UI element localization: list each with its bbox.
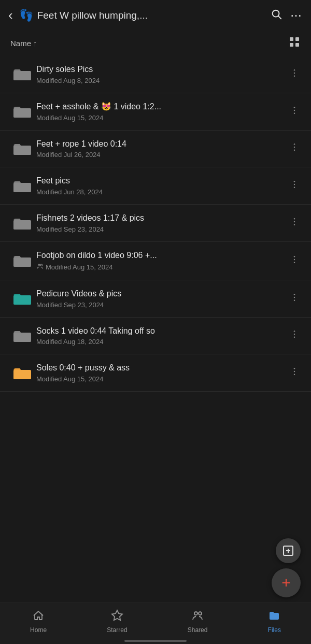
modified-date: Modified Aug 15, 2024	[36, 375, 103, 383]
svg-point-27	[294, 296, 295, 298]
folder-icon	[10, 67, 34, 81]
svg-point-16	[294, 184, 295, 185]
file-meta: Modified Sep 23, 2024	[36, 225, 286, 233]
svg-marker-38	[112, 610, 122, 620]
svg-rect-3	[295, 37, 299, 41]
svg-point-9	[294, 107, 295, 108]
modified-date: Modified Sep 23, 2024	[36, 225, 104, 233]
file-name: Footjob on dildo 1 video 9:06 +...	[36, 250, 286, 261]
nav-home-label: Home	[30, 626, 47, 634]
svg-point-14	[294, 150, 295, 151]
list-item[interactable]: Feet picsModified Jun 28, 2024	[0, 167, 311, 205]
svg-point-15	[294, 181, 295, 182]
svg-point-20	[294, 224, 295, 226]
search-button[interactable]	[271, 8, 282, 23]
svg-point-22	[40, 264, 43, 266]
nav-files[interactable]: Files	[258, 607, 291, 636]
file-meta: Modified Aug 18, 2024	[36, 338, 286, 346]
svg-point-17	[294, 187, 295, 189]
more-options-button[interactable]: ⋯	[290, 9, 303, 22]
list-item[interactable]: Soles 0:40 + pussy & assModified Aug 15,…	[0, 354, 311, 392]
list-item[interactable]: Fishnets 2 videos 1:17 & picsModified Se…	[0, 205, 311, 242]
file-more-button[interactable]	[286, 103, 303, 120]
home-indicator	[124, 640, 187, 642]
modified-date: Modified Jun 28, 2024	[36, 188, 103, 196]
svg-point-25	[294, 262, 295, 263]
file-name: Feet pics	[36, 176, 286, 187]
folder-icon	[10, 366, 34, 380]
svg-point-6	[294, 69, 295, 71]
list-item[interactable]: Footjob on dildo 1 video 9:06 +...Modifi…	[0, 242, 311, 280]
svg-point-13	[294, 147, 295, 148]
folder-icon	[10, 328, 34, 343]
file-meta: Modified Aug 8, 2024	[36, 77, 286, 84]
file-more-button[interactable]	[286, 140, 303, 157]
svg-point-18	[294, 218, 295, 220]
svg-rect-4	[290, 43, 293, 47]
file-info: Feet + asshole & 😻 1 video 1:2...Modifie…	[34, 102, 286, 122]
folder-icon	[10, 216, 34, 231]
file-more-button[interactable]	[286, 364, 303, 381]
svg-point-40	[199, 612, 202, 615]
file-more-button[interactable]	[286, 327, 303, 344]
file-info: Footjob on dildo 1 video 9:06 +...Modifi…	[34, 250, 286, 271]
svg-point-23	[294, 256, 295, 257]
modified-date: Modified Jul 26, 2024	[36, 151, 101, 159]
fab-area: +	[272, 538, 301, 597]
file-meta: Modified Aug 15, 2024	[36, 114, 286, 122]
app-header: ‹ 👣 Feet W pillow humping,... ⋯	[0, 0, 311, 31]
nav-home[interactable]: Home	[20, 607, 57, 636]
nav-starred[interactable]: Starred	[96, 607, 137, 636]
sort-label-text: Name	[10, 39, 31, 48]
svg-point-33	[294, 371, 295, 373]
list-item[interactable]: Feet + asshole & 😻 1 video 1:2...Modifie…	[0, 93, 311, 131]
file-name: Pedicure Videos & pics	[36, 289, 286, 299]
svg-point-7	[294, 73, 295, 74]
file-meta: Modified Aug 15, 2024	[36, 375, 286, 383]
file-info: Feet + rope 1 video 0:14Modified Jul 26,…	[34, 139, 286, 159]
sort-label[interactable]: Name ↑	[10, 39, 37, 48]
header-title: Feet W pillow humping,...	[37, 10, 262, 21]
list-item[interactable]: Feet + rope 1 video 0:14Modified Jul 26,…	[0, 131, 311, 168]
grid-view-button[interactable]	[288, 36, 301, 51]
file-name: Socks 1 video 0:44 Taking off so	[36, 326, 286, 337]
back-button[interactable]: ‹	[8, 7, 13, 23]
svg-point-29	[294, 331, 295, 332]
file-more-button[interactable]	[286, 214, 303, 232]
file-info: Pedicure Videos & picsModified Sep 23, 2…	[34, 289, 286, 309]
svg-point-24	[294, 259, 295, 261]
sort-bar: Name ↑	[0, 31, 311, 56]
fab-primary-button[interactable]: +	[272, 568, 301, 597]
home-icon	[32, 609, 45, 625]
fab-secondary-button[interactable]	[276, 538, 301, 563]
svg-point-8	[294, 75, 295, 77]
list-item[interactable]: Dirty soles PicsModified Aug 8, 2024	[0, 56, 311, 93]
folder-icon	[10, 179, 34, 193]
file-info: Soles 0:40 + pussy & assModified Aug 15,…	[34, 363, 286, 383]
modified-date: Modified Aug 18, 2024	[36, 338, 103, 346]
file-info: Fishnets 2 videos 1:17 & picsModified Se…	[34, 213, 286, 233]
file-more-button[interactable]	[286, 252, 303, 269]
folder-icon	[10, 104, 34, 119]
file-name: Dirty soles Pics	[36, 64, 286, 75]
list-item[interactable]: Socks 1 video 0:44 Taking off soModified…	[0, 318, 311, 355]
modified-date: Modified Aug 8, 2024	[36, 77, 100, 84]
nav-files-label: Files	[268, 626, 281, 634]
list-item[interactable]: Pedicure Videos & picsModified Sep 23, 2…	[0, 280, 311, 318]
svg-point-34	[294, 374, 295, 376]
folder-icon	[10, 291, 34, 306]
svg-point-30	[294, 334, 295, 335]
header-folder-icon: 👣	[19, 9, 33, 22]
file-more-button[interactable]	[286, 290, 303, 307]
nav-shared[interactable]: Shared	[177, 607, 218, 636]
folder-icon	[10, 141, 34, 156]
file-more-button[interactable]	[286, 177, 303, 194]
modified-date: Modified Aug 15, 2024	[36, 114, 103, 122]
svg-point-11	[294, 112, 295, 114]
svg-point-12	[294, 144, 295, 145]
file-more-button[interactable]	[286, 66, 303, 83]
file-meta: Modified Sep 23, 2024	[36, 301, 286, 309]
file-meta: Modified Aug 15, 2024	[36, 263, 286, 271]
svg-point-19	[294, 221, 295, 223]
shared-icon	[191, 609, 204, 625]
